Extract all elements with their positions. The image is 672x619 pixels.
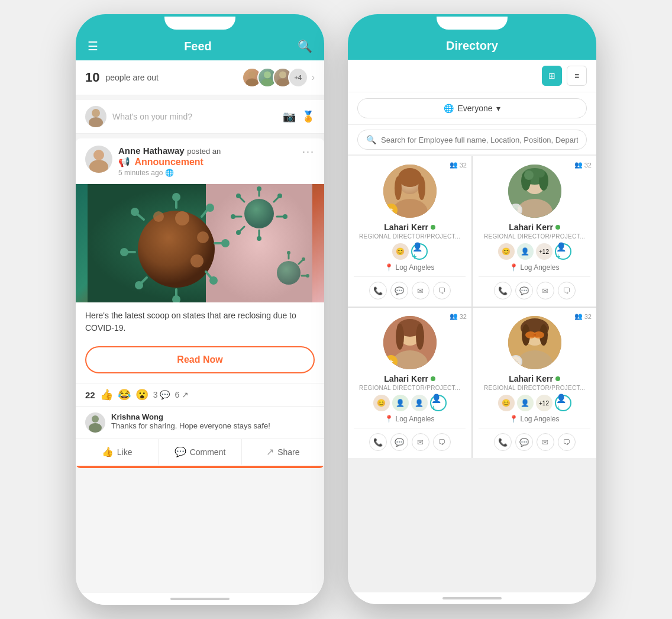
share-button[interactable]: ↗ Share xyxy=(242,439,324,465)
star-icon-3[interactable]: ★ xyxy=(385,355,398,368)
svg-point-76 xyxy=(416,324,424,350)
globe-icon: 🌐 xyxy=(165,169,174,177)
emoji-action-2b[interactable]: 👤 xyxy=(517,243,534,260)
grid-view-button[interactable]: ⊞ xyxy=(542,66,562,86)
phone-btn-2[interactable]: 📞 xyxy=(494,282,512,299)
directory-grid: 👥 32 xyxy=(348,156,596,458)
post-time: 5 minutes ago 🌐 xyxy=(118,169,296,177)
people-icon-2: 👥 xyxy=(574,161,583,169)
emoji-action-4a[interactable]: 😊 xyxy=(498,395,515,411)
emoji-action-4b[interactable]: 👤 xyxy=(517,395,534,411)
read-now-button[interactable]: Read Now xyxy=(85,346,315,373)
emoji-action-1[interactable]: 😊 xyxy=(392,243,409,260)
message-btn-2[interactable]: 🗨 xyxy=(558,282,576,299)
list-view-button[interactable]: ≡ xyxy=(567,66,587,86)
emoji-action-3b[interactable]: 👤 xyxy=(392,395,409,411)
svg-point-50 xyxy=(287,251,290,254)
comment-button[interactable]: 💬 Comment xyxy=(159,439,241,465)
share-label: Share xyxy=(277,447,299,457)
card-contact-icons-1: 📞 💬 ✉ 🗨 xyxy=(354,276,466,299)
phone-notch-dir xyxy=(348,14,596,32)
card-photo-3: ★ xyxy=(383,316,437,369)
filter-label: Everyone xyxy=(457,104,492,113)
email-btn-3[interactable]: ✉ xyxy=(412,433,429,451)
star-outline-icon-4[interactable]: ☆ xyxy=(509,355,522,368)
add-contact-btn-2[interactable]: 👤+ xyxy=(555,243,571,260)
comment-label: Comment xyxy=(190,447,226,457)
phones-container: ☰ Feed 🔍 10 people are out xyxy=(76,14,596,605)
haha-emoji: 😂 xyxy=(118,388,131,401)
card-count-1: 👥 32 xyxy=(450,161,467,169)
emoji-action-2c[interactable]: +12 xyxy=(536,243,553,260)
svg-point-52 xyxy=(302,257,305,261)
chat-btn-2[interactable]: 💬 xyxy=(515,282,533,299)
star-outline-icon-2[interactable]: ☆ xyxy=(509,204,522,217)
phone-btn-3[interactable]: 📞 xyxy=(369,433,387,451)
phone-btn-4[interactable]: 📞 xyxy=(494,433,512,451)
card-location-3: 📍 Log Angeles xyxy=(385,415,434,423)
svg-point-56 xyxy=(89,423,102,433)
email-btn-4[interactable]: ✉ xyxy=(537,433,554,451)
post-text: Here's the latest scoop on states that a… xyxy=(76,302,324,341)
svg-point-62 xyxy=(418,176,425,200)
svg-point-9 xyxy=(89,160,108,173)
comment-author-name: Krishna Wong xyxy=(111,412,270,421)
arrow-right-icon[interactable]: › xyxy=(312,72,315,83)
search-icon[interactable]: 🔍 xyxy=(298,39,312,53)
post-author-avatar xyxy=(85,146,112,173)
emoji-action-3c[interactable]: 👤 xyxy=(411,395,428,411)
email-btn-1[interactable]: ✉ xyxy=(412,282,429,299)
like-label: Like xyxy=(117,447,133,457)
svg-point-26 xyxy=(257,236,261,241)
location-icon-2: 📍 xyxy=(509,263,518,272)
like-button[interactable]: 👍 Like xyxy=(76,439,159,465)
post-reactions: 22 👍 😂 😮 3 💬 6 ↗ xyxy=(76,383,324,407)
add-contact-btn-4[interactable]: 👤+ xyxy=(555,395,571,411)
thumbsup-emoji: 👍 xyxy=(100,388,113,401)
camera-icon[interactable]: 📷 xyxy=(283,110,296,123)
emoji-action-2a[interactable]: 😊 xyxy=(498,243,515,260)
add-contact-btn-3[interactable]: 👤+ xyxy=(430,395,447,411)
compose-placeholder[interactable]: What's on your mind? xyxy=(112,112,277,121)
post-author-info: Anne Hathaway posted an 📢 Announcement 5… xyxy=(118,146,296,177)
svg-point-33 xyxy=(221,239,230,247)
emoji-action-4c[interactable]: +12 xyxy=(536,395,553,411)
comment-author-avatar xyxy=(85,412,105,433)
people-icon-4: 👥 xyxy=(574,312,583,320)
emoji-action-3a[interactable]: 😊 xyxy=(373,395,390,411)
award-icon[interactable]: 🏅 xyxy=(302,110,315,123)
post-author-name: Anne Hathaway xyxy=(118,146,185,156)
svg-point-54 xyxy=(306,274,309,278)
email-btn-2[interactable]: ✉ xyxy=(537,282,554,299)
star-icon-1[interactable]: ★ xyxy=(385,204,398,217)
everyone-filter-button[interactable]: 🌐 Everyone ▾ xyxy=(357,98,587,118)
message-btn-3[interactable]: 🗨 xyxy=(433,433,451,451)
post-card: Anne Hathaway posted an 📢 Announcement 5… xyxy=(76,138,324,468)
post-more-icon[interactable]: ··· xyxy=(302,146,315,158)
comment-text: Thanks for sharing. Hope everyone stays … xyxy=(111,421,270,430)
svg-point-4 xyxy=(279,72,286,79)
comment-count: 3 💬 xyxy=(153,390,170,399)
directory-card-2: 👥 32 xyxy=(473,156,596,307)
reaction-count: 22 xyxy=(85,390,95,400)
directory-phone: Directory ⊞ ≡ 🌐 Everyone ▾ xyxy=(348,14,596,604)
avatar-plus: +4 xyxy=(288,67,308,88)
menu-icon[interactable]: ☰ xyxy=(88,39,98,53)
svg-point-14 xyxy=(257,186,261,191)
notch-bump-dir xyxy=(437,17,508,30)
post-type: Announcement xyxy=(134,157,203,167)
directory-search-input[interactable] xyxy=(381,136,578,144)
phone-btn-1[interactable]: 📞 xyxy=(369,282,387,299)
phone-bottom-bar-dir xyxy=(348,592,596,604)
card-location-1: 📍 Log Angeles xyxy=(385,263,434,272)
message-btn-4[interactable]: 🗨 xyxy=(558,433,576,451)
message-btn-1[interactable]: 🗨 xyxy=(433,282,451,299)
svg-point-22 xyxy=(231,214,235,219)
card-contact-icons-4: 📞 💬 ✉ 🗨 xyxy=(479,428,590,451)
chat-btn-3[interactable]: 💬 xyxy=(390,433,408,451)
chat-btn-4[interactable]: 💬 xyxy=(515,433,533,451)
chat-btn-1[interactable]: 💬 xyxy=(390,282,408,299)
chevron-down-icon: ▾ xyxy=(496,104,500,113)
add-contact-btn-1[interactable]: 👤+ xyxy=(411,243,428,260)
card-location-4: 📍 Log Angeles xyxy=(509,415,559,423)
